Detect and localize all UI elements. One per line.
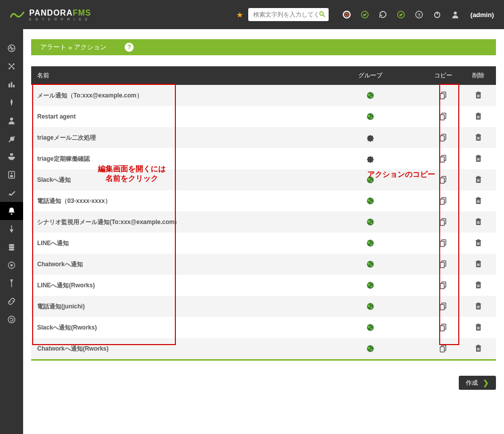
nav-events[interactable] <box>0 93 23 112</box>
nav-servers[interactable] <box>0 166 23 184</box>
world-icon[interactable] <box>366 281 375 290</box>
trash-icon[interactable] <box>474 260 483 269</box>
nav-links[interactable] <box>0 292 23 310</box>
svg-rect-20 <box>10 153 13 156</box>
world-icon[interactable] <box>366 175 375 184</box>
search-input[interactable] <box>253 11 319 18</box>
breadcrumb-help-icon[interactable]: ? <box>125 43 134 52</box>
action-name-link[interactable]: Slackへ通知 <box>37 176 71 183</box>
svg-text:?: ? <box>418 12 421 18</box>
nav-db[interactable] <box>0 238 23 256</box>
action-name-link[interactable]: LINEへ通知 <box>37 240 69 247</box>
nav-monitoring[interactable] <box>0 39 23 57</box>
nav-setup[interactable] <box>0 184 23 202</box>
action-name-link[interactable]: 電話通知(junichi) <box>37 303 85 310</box>
copy-icon[interactable] <box>439 112 448 121</box>
copy-icon[interactable] <box>439 323 448 332</box>
copy-icon[interactable] <box>439 175 448 184</box>
action-name-link[interactable]: triage定期稼働確認 <box>37 155 90 162</box>
nav-topology[interactable] <box>0 57 23 75</box>
lifebuoy-icon[interactable] <box>342 10 352 20</box>
nav-events2[interactable] <box>0 220 23 238</box>
help-icon[interactable]: ? <box>414 10 424 20</box>
action-name-link[interactable]: Slackへ通知(Rworks) <box>37 324 97 331</box>
copy-icon[interactable] <box>439 302 448 311</box>
svg-rect-74 <box>478 179 478 182</box>
breadcrumb-section[interactable]: アラート <box>40 43 66 52</box>
puzzle-icon[interactable] <box>366 154 375 163</box>
copy-icon[interactable] <box>439 91 448 100</box>
favorite-star-icon[interactable]: ★ <box>236 10 243 20</box>
power-icon[interactable] <box>432 10 442 20</box>
user-icon[interactable] <box>450 10 460 20</box>
nav-reports[interactable] <box>0 75 23 93</box>
nav-admin[interactable] <box>0 256 23 274</box>
world-icon[interactable] <box>366 239 375 248</box>
breadcrumb-page[interactable]: アクション <box>74 43 107 52</box>
world-icon[interactable] <box>366 196 375 205</box>
world-icon[interactable] <box>366 323 375 332</box>
th-group[interactable]: グループ <box>315 66 426 85</box>
trash-icon[interactable] <box>474 91 483 100</box>
world-icon[interactable] <box>366 302 375 311</box>
nav-tools[interactable] <box>0 274 23 292</box>
world-icon[interactable] <box>366 112 375 121</box>
svg-rect-41 <box>479 95 479 97</box>
svg-rect-75 <box>479 179 479 182</box>
svg-rect-18 <box>13 85 15 87</box>
trash-icon[interactable] <box>474 218 483 227</box>
action-name-link[interactable]: シナリオ監視用メール通知(To:xxx@example.com) <box>37 219 177 226</box>
svg-rect-40 <box>478 95 478 97</box>
action-name-link[interactable]: Restart agent <box>37 113 76 120</box>
copy-icon[interactable] <box>439 133 448 142</box>
trash-icon[interactable] <box>474 323 483 332</box>
th-delete[interactable]: 削除 <box>461 66 496 85</box>
breadcrumb-separator: » <box>68 44 72 51</box>
th-name[interactable]: 名前 <box>31 66 315 85</box>
user-label[interactable]: (admin) <box>470 11 494 19</box>
nav-alerts[interactable] <box>0 202 23 220</box>
copy-icon[interactable] <box>439 218 448 227</box>
trash-icon[interactable] <box>474 133 483 142</box>
copy-icon[interactable] <box>439 239 448 248</box>
action-name-link[interactable]: 電話通知（03-xxxx-xxxx） <box>37 197 111 204</box>
world-icon[interactable] <box>366 344 375 353</box>
nav-update[interactable] <box>0 310 23 329</box>
svg-rect-54 <box>476 135 481 136</box>
svg-rect-96 <box>440 241 444 247</box>
action-name-link[interactable]: LINEへ通知(Rworks) <box>37 282 95 289</box>
trash-icon[interactable] <box>474 196 483 205</box>
nav-profiles[interactable] <box>0 148 23 166</box>
trash-icon[interactable] <box>474 154 483 163</box>
trash-icon[interactable] <box>474 175 483 184</box>
th-copy[interactable]: コピー <box>426 66 461 85</box>
world-icon[interactable] <box>366 260 375 269</box>
copy-icon[interactable] <box>439 260 448 269</box>
copy-icon[interactable] <box>439 344 448 353</box>
create-button-label: 作成 <box>466 379 478 387</box>
create-button[interactable]: 作成 ❯ <box>459 376 496 390</box>
search-button[interactable] <box>319 11 326 19</box>
action-name-link[interactable]: triageメール二次処理 <box>37 134 96 141</box>
world-icon[interactable] <box>366 91 375 100</box>
status-ok-icon[interactable] <box>360 10 370 20</box>
world-icon[interactable] <box>366 218 375 227</box>
trash-icon[interactable] <box>474 302 483 311</box>
nav-config[interactable] <box>0 130 23 148</box>
puzzle-icon[interactable] <box>366 133 375 142</box>
action-name-link[interactable]: Chatworkへ通知(Rworks) <box>37 345 109 352</box>
refresh-icon[interactable] <box>378 10 388 20</box>
trash-icon[interactable] <box>474 112 483 121</box>
trash-icon[interactable] <box>474 344 483 353</box>
action-name-link[interactable]: メール通知（To:xxx@example.com） <box>37 92 143 99</box>
copy-icon[interactable] <box>439 196 448 205</box>
copy-icon[interactable] <box>439 154 448 163</box>
copy-icon[interactable] <box>439 281 448 290</box>
status-ok-2-icon[interactable] <box>396 10 406 20</box>
svg-point-28 <box>11 264 13 267</box>
trash-icon[interactable] <box>474 239 483 248</box>
brand-sub: E N T E R P R I S E <box>29 18 91 21</box>
nav-users[interactable] <box>0 112 23 130</box>
trash-icon[interactable] <box>474 281 483 290</box>
action-name-link[interactable]: Chatworkへ通知 <box>37 261 83 268</box>
